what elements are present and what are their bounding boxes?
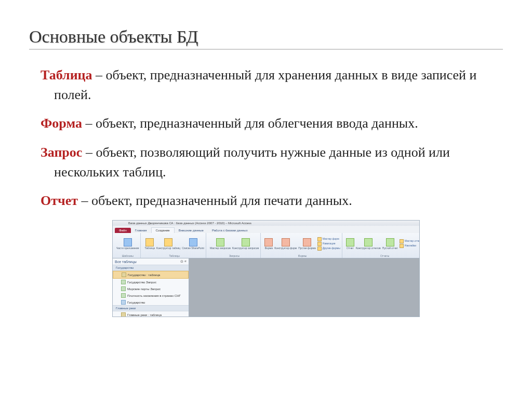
sharepoint-icon <box>189 238 197 246</box>
navigation-pane: Все таблицы ⊙ « ГосударствоГосударство :… <box>113 258 189 317</box>
form-button[interactable]: Форма <box>264 238 273 250</box>
definitions-block: Таблица – объект, предназначенный для хр… <box>29 65 503 211</box>
def-report: Отчет – объект, предназначенный для печа… <box>29 191 503 211</box>
ribbon-group-tables: Таблица Конструктор таблиц Списки ShareP… <box>143 233 206 258</box>
tab-external[interactable]: Внешние данные <box>175 228 208 233</box>
nav-item[interactable]: Плотность населения в странах СНГ <box>113 292 189 299</box>
access-window-mockup: База данных Дворянчикова СА : база данны… <box>112 220 420 317</box>
content-area <box>189 258 419 317</box>
ribbon-group-forms: Форма Конструктор форм Пустая форма Маст… <box>263 233 342 258</box>
app-parts-button[interactable]: Части приложения <box>116 238 139 250</box>
term-query: Запрос <box>41 145 82 160</box>
text-form: – объект, предназначенный для облегчения… <box>82 116 418 131</box>
blank-report-icon <box>386 238 394 246</box>
query-icon <box>121 286 126 291</box>
nav-item-label: Плотность населения в странах СНГ <box>127 294 181 297</box>
def-form: Форма – объект, предназначенный для обле… <box>29 114 503 133</box>
tab-home[interactable]: Главная <box>131 228 151 233</box>
slide-title: Основные объекты БД <box>29 27 503 47</box>
def-query: Запрос – объект, позволяющий получить ну… <box>29 143 503 182</box>
query-design-icon <box>242 238 250 246</box>
nav-group-title[interactable]: Главные реки <box>113 305 189 311</box>
body-area: Все таблицы ⊙ « ГосударствоГосударство :… <box>113 258 419 317</box>
nav-item[interactable]: Государство : таблица <box>113 271 189 279</box>
query-icon <box>121 280 126 284</box>
report-icon <box>346 238 354 246</box>
nav-group-title[interactable]: Государство <box>113 265 189 271</box>
table-icon <box>122 272 126 277</box>
blank-form-icon <box>303 238 311 246</box>
group-label-queries: Запросы <box>229 254 240 258</box>
ribbon-group-templates: Части приложения Шаблоны <box>115 233 141 258</box>
app-parts-icon <box>124 238 132 246</box>
tab-file[interactable]: Файл <box>115 228 131 233</box>
labels-link[interactable]: Наклейки <box>400 244 420 248</box>
nav-item-label: Государство <box>127 301 145 304</box>
group-label-forms: Формы <box>298 254 307 258</box>
forms-small-links: Мастер форм Навигация Другие формы <box>317 237 340 251</box>
ribbon-group-queries: Мастер запросов Конструктор запросов Зап… <box>208 233 261 258</box>
report-icon <box>121 300 126 305</box>
text-table: – объект, предназначенный для хранения д… <box>54 67 476 102</box>
group-label-templates: Шаблоны <box>122 254 134 258</box>
tab-dbtools[interactable]: Работа с базами данных <box>208 228 252 233</box>
term-form: Форма <box>41 116 82 131</box>
nav-item-label: Государство : таблица <box>128 273 160 277</box>
form-design-icon <box>282 238 290 246</box>
tab-create[interactable]: Создание <box>151 227 175 233</box>
table-design-icon <box>164 238 172 246</box>
chevron-down-icon: ⊙ « <box>180 259 187 264</box>
form-wizard-link[interactable]: Мастер форм <box>317 237 340 241</box>
title-underline <box>29 49 503 50</box>
def-table: Таблица – объект, предназначенный для хр… <box>29 65 503 104</box>
table-design-button[interactable]: Конструктор таблиц <box>156 238 180 250</box>
nav-item-label: Морские порты Запрос <box>127 287 161 291</box>
report-design-icon <box>364 238 373 246</box>
more-forms-link[interactable]: Другие формы <box>317 246 340 251</box>
form-icon <box>264 238 273 246</box>
group-label-reports: Отчеты <box>380 254 389 258</box>
form-design-button[interactable]: Конструктор форм <box>274 238 297 250</box>
query-design-button[interactable]: Конструктор запросов <box>232 238 259 250</box>
screenshot-container: База данных Дворянчикова СА : база данны… <box>29 220 503 317</box>
report-button[interactable]: Отчет <box>346 238 354 250</box>
report-design-button[interactable]: Конструктор отчетов <box>356 238 381 250</box>
nav-item[interactable]: Главные реки : таблица <box>113 311 189 317</box>
blank-form-button[interactable]: Пустая форма <box>298 238 316 250</box>
text-query: – объект, позволяющий получить нужные да… <box>54 145 450 180</box>
reports-small-links: Мастер отчетов Наклейки <box>400 239 420 248</box>
query-icon <box>121 293 126 298</box>
ribbon: Части приложения Шаблоны Таблица Констру… <box>113 233 419 258</box>
query-wizard-button[interactable]: Мастер запросов <box>210 238 231 250</box>
query-wizard-icon <box>216 238 224 246</box>
sharepoint-lists-button[interactable]: Списки SharePoint <box>182 238 204 250</box>
nav-item[interactable]: Морские порты Запрос <box>113 285 189 292</box>
term-table: Таблица <box>41 67 92 83</box>
nav-item-label: Государство Запрос <box>127 281 156 284</box>
ribbon-tabs: Файл Главная Создание Внешние данные Раб… <box>113 226 419 233</box>
nav-item[interactable]: Государство Запрос <box>113 279 189 285</box>
blank-report-button[interactable]: Пустой отчет <box>382 238 398 250</box>
nav-item-label: Главные реки : таблица <box>127 313 162 317</box>
report-wizard-link[interactable]: Мастер отчетов <box>400 239 420 243</box>
text-report: – объект, предназначенный для печати дан… <box>78 193 352 208</box>
table-icon <box>145 238 154 246</box>
table-button[interactable]: Таблица <box>144 238 155 250</box>
window-titlebar: База данных Дворянчикова СА : база данны… <box>113 221 419 226</box>
table-icon <box>121 312 126 317</box>
term-report: Отчет <box>41 193 78 208</box>
ribbon-group-reports: Отчет Конструктор отчетов Пустой отчет М… <box>344 233 420 258</box>
group-label-tables: Таблицы <box>169 254 179 258</box>
navigation-link[interactable]: Навигация <box>317 242 340 246</box>
